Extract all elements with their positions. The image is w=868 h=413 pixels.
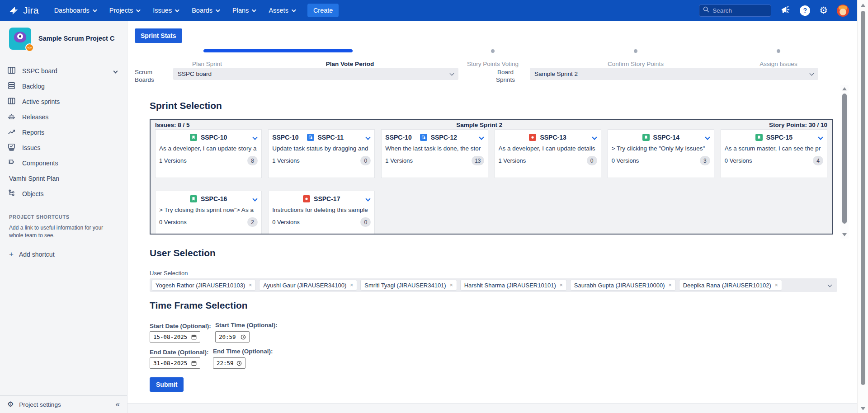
sidebar-item-objects[interactable]: Objects [0, 186, 127, 202]
user-multiselect[interactable]: Yogesh Rathor (JIRAUSER10103) × Ayushi G… [150, 278, 837, 292]
end-date-label: End Date (Optional): [150, 349, 209, 356]
nav-right: ? ⚙ [699, 5, 849, 17]
nav-item-issues[interactable]: Issues [153, 7, 178, 14]
page-scrollbar[interactable] [857, 0, 868, 413]
sidebar-item-backlog[interactable]: Backlog [0, 79, 127, 94]
chevron-down-icon[interactable] [818, 135, 823, 140]
clock-icon[interactable] [236, 361, 242, 366]
project-avatar-art [14, 32, 26, 42]
nav-item-dashboards[interactable]: Dashboards [54, 7, 96, 14]
end-time-input[interactable]: 22:59 [213, 357, 245, 369]
start-time-input[interactable]: 20:59 [215, 331, 250, 343]
issue-card-sspc-15[interactable]: SSPC-15 As a scrum master, I can see the… [721, 129, 827, 178]
project-settings-gear-icon: ⚙ [7, 401, 14, 408]
sidebar-item-issues[interactable]: Issues [0, 140, 127, 155]
scroll-thumb[interactable] [842, 94, 847, 224]
board-sprint-select[interactable]: Sample Sprint 2 [530, 68, 818, 80]
start-date-input[interactable]: 15-08-2025 [150, 331, 200, 343]
search-input[interactable] [712, 7, 762, 14]
story-icon [190, 195, 197, 202]
remove-user-icon[interactable]: × [249, 282, 252, 288]
subtask-icon [307, 134, 314, 141]
sidebar-item-vamhi-sprint-plan[interactable]: Vamhi Sprint Plan [0, 171, 127, 186]
user-chip: Yogesh Rathor (JIRAUSER10103) × [151, 280, 256, 291]
issue-card-sspc-11[interactable]: SSPC-10 SSPC-11 Update task status by dr… [268, 129, 375, 178]
chevron-down-icon[interactable] [592, 135, 597, 140]
issue-summary: > Try clicking the "Only My Issues" [612, 145, 710, 152]
nav-item-projects[interactable]: Projects [109, 7, 139, 14]
issue-card-sspc-12[interactable]: SSPC-10 SSPC-12 When the last task is do… [381, 129, 488, 178]
submit-button[interactable]: Submit [150, 377, 184, 392]
sprint-selection-panel[interactable]: Issues: 8 / 5 Sample Sprint 2 Story Poin… [150, 119, 833, 235]
user-avatar[interactable] [837, 5, 849, 17]
remove-user-icon[interactable]: × [350, 282, 353, 288]
sidebar-item-board[interactable]: SSPC board [0, 63, 127, 79]
calendar-icon[interactable] [191, 361, 197, 366]
scroll-up-arrow[interactable] [842, 87, 847, 90]
plus-icon: + [9, 250, 14, 259]
top-nav: Jira Dashboards Projects Issues Boards P… [0, 0, 857, 21]
clock-icon[interactable] [241, 334, 246, 340]
issue-card-sspc-14[interactable]: SSPC-14 > Try clicking the "Only My Issu… [608, 129, 714, 178]
sprint-name: Sample Sprint 2 [190, 122, 769, 128]
jira-logo[interactable]: Jira [8, 5, 39, 16]
end-date-input[interactable]: 31-08-2025 [150, 357, 200, 369]
issue-card-sspc-16[interactable]: SSPC-16 > Try closing this sprint now"> … [155, 191, 262, 235]
releases-ship-icon [7, 112, 16, 122]
chevron-down-icon[interactable] [252, 135, 257, 140]
nav-item-plans[interactable]: Plans [232, 7, 255, 14]
story-points-badge: 8 [247, 156, 258, 165]
sidebar-item-active-sprints[interactable]: Active sprints [0, 94, 127, 109]
chevron-down-icon [292, 8, 296, 12]
issues-icon [7, 143, 16, 153]
scroll-down-arrow[interactable] [842, 233, 847, 236]
sprint-stats-button[interactable]: Sprint Stats [135, 28, 182, 43]
sidebar-item-reports[interactable]: Reports [0, 125, 127, 140]
add-shortcut-button[interactable]: + Add shortcut [9, 250, 120, 259]
chevron-down-icon[interactable] [479, 135, 484, 140]
active-sprints-icon [7, 97, 16, 107]
project-avatar[interactable]: <> [9, 28, 31, 50]
chevron-down-icon[interactable] [113, 69, 118, 73]
collapse-sidebar-icon[interactable]: « [116, 400, 120, 409]
settings-gear-icon[interactable]: ⚙ [819, 6, 828, 15]
versions-label: 0 Versions [159, 219, 187, 225]
chevron-down-icon[interactable] [366, 135, 371, 140]
story-points-badge: 13 [472, 156, 484, 165]
create-button[interactable]: Create [307, 4, 339, 17]
panel-scrollbar[interactable] [840, 85, 849, 239]
versions-label: 0 Versions [272, 219, 300, 225]
story-icon [755, 134, 763, 141]
nav-item-boards[interactable]: Boards [192, 7, 219, 14]
start-date-label: Start Date (Optional): [150, 323, 211, 329]
project-settings-bar[interactable]: ⚙ Project settings « [0, 395, 127, 413]
story-points-badge: 0 [360, 217, 371, 227]
remove-user-icon[interactable]: × [560, 282, 563, 288]
main-content: Sprint Stats Plan Sprint Plan Vote Perio… [127, 21, 857, 413]
remove-user-icon[interactable]: × [775, 282, 778, 288]
search-box[interactable] [699, 5, 771, 17]
sidebar-item-releases[interactable]: Releases [0, 109, 127, 125]
chevron-down-icon[interactable] [252, 196, 257, 201]
brand-name: Jira [23, 5, 39, 16]
remove-user-icon[interactable]: × [450, 282, 453, 288]
scrum-board-select[interactable]: SSPC board [173, 68, 458, 80]
issue-card-sspc-13[interactable]: SSPC-13 As a developer, I can update det… [495, 129, 601, 178]
scroll-down-arrow[interactable] [861, 407, 865, 410]
issue-summary: As a developer, I can update story a [159, 145, 258, 152]
issue-card-sspc-17[interactable]: SSPC-17 Instructions for deleting this s… [268, 191, 375, 235]
sidebar-item-components[interactable]: Components [0, 155, 127, 171]
calendar-icon[interactable] [191, 334, 197, 340]
chevron-down-icon[interactable] [366, 196, 371, 201]
scroll-up-arrow[interactable] [861, 4, 865, 7]
chevron-down-icon[interactable] [705, 135, 710, 140]
issue-card-sspc-10[interactable]: SSPC-10 As a developer, I can update sto… [155, 129, 262, 178]
step-assign-issues: Assign Issues [707, 46, 850, 69]
issue-summary: Instructions for deleting this sample [272, 206, 371, 213]
scroll-thumb[interactable] [861, 11, 865, 385]
remove-user-icon[interactable]: × [669, 282, 672, 288]
nav-menu: Dashboards Projects Issues Boards Plans … [54, 7, 295, 14]
nav-item-assets[interactable]: Assets [269, 7, 295, 14]
help-icon[interactable]: ? [800, 5, 810, 16]
announcements-icon[interactable] [780, 5, 791, 17]
